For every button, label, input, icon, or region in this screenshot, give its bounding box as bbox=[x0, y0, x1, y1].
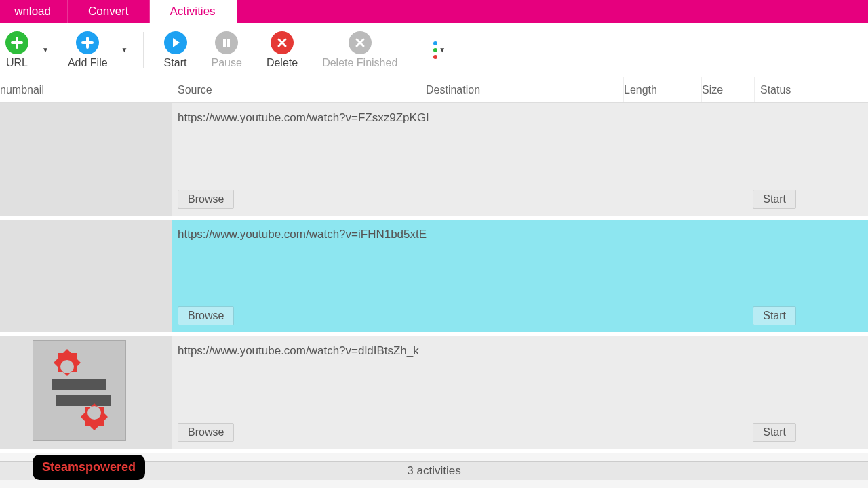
svg-point-3 bbox=[87, 406, 101, 420]
pause-label: Pause bbox=[212, 57, 242, 69]
delete-finished-label: Delete Finished bbox=[322, 57, 397, 69]
col-size[interactable]: Size bbox=[702, 77, 755, 102]
browse-button[interactable]: Browse bbox=[178, 423, 234, 442]
watermark-badge: Steamspowered bbox=[33, 455, 145, 480]
col-source[interactable]: Source bbox=[172, 77, 420, 102]
more-dropdown-icon: ▼ bbox=[439, 46, 446, 54]
play-icon bbox=[164, 31, 187, 54]
url-label: URL bbox=[6, 57, 28, 69]
tab-download[interactable]: wnload bbox=[0, 0, 68, 23]
gear-icon bbox=[73, 391, 116, 434]
source-url: https://www.youtube.com/watch?v=FZsxz9Zp… bbox=[178, 110, 863, 125]
browse-button[interactable]: Browse bbox=[178, 190, 234, 209]
divider bbox=[418, 32, 418, 68]
activity-row[interactable]: https://www.youtube.com/watch?v=iFHN1bd5… bbox=[0, 220, 868, 336]
row-start-button[interactable]: Start bbox=[753, 190, 796, 209]
source-url: https://www.youtube.com/watch?v=dldIBtsZ… bbox=[178, 343, 863, 358]
tab-convert[interactable]: Convert bbox=[68, 0, 150, 23]
delete-finished-button[interactable]: Delete Finished bbox=[310, 27, 410, 73]
more-dots-icon bbox=[433, 41, 437, 59]
delete-icon bbox=[271, 31, 294, 54]
delete-button[interactable]: Delete bbox=[254, 27, 310, 73]
source-url: https://www.youtube.com/watch?v=iFHN1bd5… bbox=[178, 226, 863, 241]
toolbar: URL ▼ Add File ▼ Start Pause Delete Dele… bbox=[0, 23, 868, 77]
url-button[interactable]: URL bbox=[0, 27, 41, 73]
more-button[interactable]: ▼ bbox=[427, 41, 452, 59]
thumbnail bbox=[0, 103, 172, 216]
bar-icon bbox=[52, 379, 106, 390]
row-content: https://www.youtube.com/watch?v=FZsxz9Zp… bbox=[172, 103, 868, 216]
col-destination[interactable]: Destination bbox=[420, 77, 624, 102]
tabs-bar: wnload Convert Activities bbox=[0, 0, 868, 23]
addfile-dropdown-icon[interactable]: ▼ bbox=[121, 46, 128, 54]
delete-finished-icon bbox=[349, 31, 372, 54]
start-label: Start bbox=[164, 57, 187, 69]
plus-file-icon bbox=[76, 31, 99, 54]
url-dropdown-icon[interactable]: ▼ bbox=[42, 46, 49, 54]
divider bbox=[143, 32, 144, 68]
activity-list: https://www.youtube.com/watch?v=FZsxz9Zp… bbox=[0, 103, 868, 453]
tab-activities[interactable]: Activities bbox=[150, 0, 237, 23]
browse-button[interactable]: Browse bbox=[178, 306, 234, 325]
plus-url-icon bbox=[5, 31, 28, 54]
col-length[interactable]: Length bbox=[624, 77, 702, 102]
pause-button[interactable]: Pause bbox=[199, 27, 254, 73]
svg-point-2 bbox=[60, 360, 74, 373]
delete-label: Delete bbox=[267, 57, 298, 69]
activity-row[interactable]: https://www.youtube.com/watch?v=FZsxz9Zp… bbox=[0, 103, 868, 220]
add-file-label: Add File bbox=[68, 57, 108, 69]
thumbnail bbox=[0, 220, 172, 332]
activity-row[interactable]: https://www.youtube.com/watch?v=dldIBtsZ… bbox=[0, 336, 868, 453]
thumbnail bbox=[0, 336, 172, 449]
start-button[interactable]: Start bbox=[152, 27, 199, 73]
row-content: https://www.youtube.com/watch?v=iFHN1bd5… bbox=[172, 220, 868, 332]
pause-icon bbox=[215, 31, 238, 54]
row-start-button[interactable]: Start bbox=[753, 306, 796, 325]
svg-rect-0 bbox=[223, 39, 226, 47]
col-thumbnail[interactable]: numbnail bbox=[0, 77, 172, 102]
add-file-button[interactable]: Add File bbox=[56, 27, 120, 73]
svg-rect-1 bbox=[227, 39, 230, 47]
thumbnail-image bbox=[33, 340, 126, 441]
row-start-button[interactable]: Start bbox=[753, 423, 796, 442]
row-content: https://www.youtube.com/watch?v=dldIBtsZ… bbox=[172, 336, 868, 449]
col-status[interactable]: Status bbox=[755, 77, 868, 102]
column-headers: numbnail Source Destination Length Size … bbox=[0, 77, 868, 103]
